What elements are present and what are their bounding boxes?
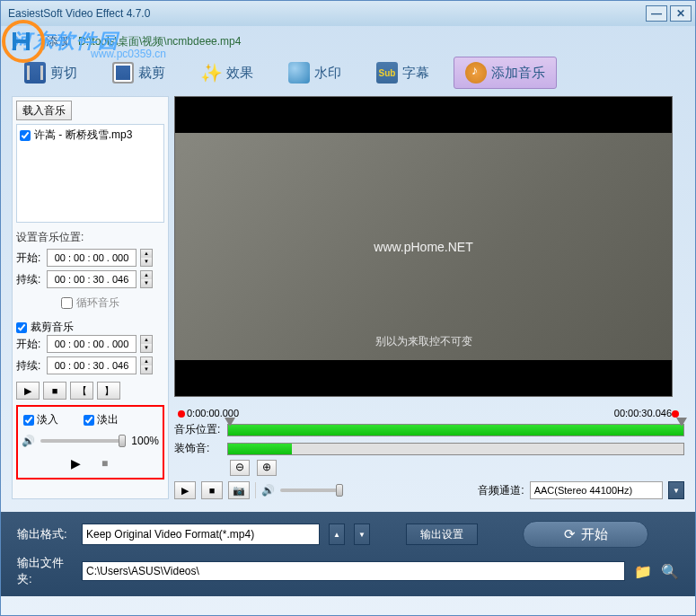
start-stepper[interactable]: ▲▼ xyxy=(140,249,153,267)
output-settings-button[interactable]: 输出设置 xyxy=(406,524,478,545)
load-music-button[interactable]: 载入音乐 xyxy=(16,101,72,120)
set-position-title: 设置音乐位置: xyxy=(16,230,164,245)
tab-watermark[interactable]: 水印 xyxy=(278,57,358,89)
time-end-label: 00:00:30.046 xyxy=(614,408,681,418)
preview-volume-icon: 🔊 xyxy=(261,484,275,497)
decoration-label: 装饰音: xyxy=(174,441,224,456)
mini-stop-button[interactable]: ■ xyxy=(93,454,117,472)
tab-crop-label: 裁剪 xyxy=(138,65,165,82)
bottom-bar: 输出格式: ▲ ▼ 输出设置 ⟳开始 输出文件夹: 📁 🔍 xyxy=(1,512,695,596)
volume-slider[interactable] xyxy=(40,439,126,443)
preview-play-button[interactable]: ▶ xyxy=(174,481,196,499)
preview-volume-slider[interactable] xyxy=(280,488,343,492)
tab-crop[interactable]: 裁剪 xyxy=(101,57,182,89)
stop-music-button[interactable]: ■ xyxy=(43,382,66,400)
fadein-checkbox[interactable] xyxy=(23,415,34,426)
trim-title: 裁剪音乐 xyxy=(31,320,74,335)
duration-time-input[interactable] xyxy=(47,270,137,288)
mini-play-button[interactable]: ▶ xyxy=(65,454,88,472)
tab-add-music-label: 添加音乐 xyxy=(491,65,545,82)
music-item-name: 许嵩 - 断桥残雪.mp3 xyxy=(34,128,132,143)
watermark-icon xyxy=(288,62,310,84)
window-title: EasiestSoft Video Effect 4.7.0 xyxy=(4,7,643,20)
video-preview[interactable]: www.pHome.NET 别以为来取控不可变 xyxy=(174,96,673,397)
close-button[interactable]: ✕ xyxy=(670,5,692,22)
music-position-track[interactable] xyxy=(227,424,684,436)
audio-channel-dropdown[interactable]: ▼ xyxy=(668,481,684,499)
music-pos-label: 音乐位置: xyxy=(174,422,224,437)
trim-start-label: 开始: xyxy=(16,337,43,352)
subtitle-icon: Sub xyxy=(376,62,398,84)
duration-stepper[interactable]: ▲▼ xyxy=(140,270,153,288)
preview-watermark: www.pHome.NET xyxy=(374,240,472,254)
music-icon xyxy=(465,62,487,84)
mark-in-button[interactable]: 【 xyxy=(70,382,93,400)
snapshot-button[interactable]: 📷 xyxy=(228,481,250,499)
volume-icon: 🔊 xyxy=(22,435,35,447)
watermark-logo-icon xyxy=(1,19,46,64)
trim-duration-label: 持续: xyxy=(16,358,43,374)
output-folder-input[interactable] xyxy=(82,561,625,581)
start-time-input[interactable] xyxy=(47,249,137,267)
trim-duration-stepper[interactable]: ▲▼ xyxy=(140,356,153,374)
volume-percent: 100% xyxy=(131,435,159,447)
timeline-area: 0:00:00.000 00:00:30.046 音乐位置: 装饰音: xyxy=(174,408,684,499)
fadein-label: 淡入 xyxy=(37,412,58,427)
output-folder-label: 输出文件夹: xyxy=(17,555,73,587)
format-step-up[interactable]: ▲ xyxy=(329,524,345,545)
loop-label: 循环音乐 xyxy=(76,296,119,309)
mark-out-button[interactable]: 】 xyxy=(97,382,120,400)
divider xyxy=(255,482,256,498)
tab-subtitle[interactable]: Sub字幕 xyxy=(366,57,446,89)
loop-checkbox[interactable] xyxy=(61,297,73,309)
cut-icon xyxy=(24,62,46,84)
tab-watermark-label: 水印 xyxy=(314,65,341,82)
start-label: 开始: xyxy=(16,251,43,266)
refresh-icon: ⟳ xyxy=(564,526,576,542)
minimize-button[interactable]: — xyxy=(646,5,667,22)
music-item[interactable]: 许嵩 - 断桥残雪.mp3 xyxy=(20,128,161,143)
output-format-label: 输出格式: xyxy=(17,526,73,542)
trim-start-input[interactable] xyxy=(47,335,137,353)
music-list[interactable]: 许嵩 - 断桥残雪.mp3 xyxy=(16,124,164,223)
audio-channel-select[interactable] xyxy=(530,481,663,499)
preview-stop-button[interactable]: ■ xyxy=(201,481,223,499)
trim-checkbox[interactable] xyxy=(16,322,27,333)
start-button[interactable]: ⟳开始 xyxy=(523,521,648,548)
trim-duration-input[interactable] xyxy=(47,356,137,374)
browse-folder-button[interactable]: 📁 xyxy=(634,562,652,580)
start-button-label: 开始 xyxy=(581,526,608,543)
tab-effect[interactable]: ✨效果 xyxy=(189,57,270,89)
effect-icon: ✨ xyxy=(200,62,222,84)
music-panel: 载入音乐 许嵩 - 断桥残雪.mp3 设置音乐位置: 开始: ▲▼ 持续: ▲▼ xyxy=(12,96,169,499)
trim-start-stepper[interactable]: ▲▼ xyxy=(140,335,153,353)
format-step-down[interactable]: ▼ xyxy=(354,524,370,545)
zoom-out-button[interactable]: ⊖ xyxy=(230,460,250,476)
tab-add-music[interactable]: 添加音乐 xyxy=(454,57,557,89)
preview-panel: www.pHome.NET 别以为来取控不可变 0:00:00.000 00:0… xyxy=(174,96,684,499)
app-window: EasiestSoft Video Effect 4.7.0 — ✕ 河东软件园… xyxy=(0,0,696,616)
watermark-url: www.pc0359.cn xyxy=(91,48,166,60)
titlebar: EasiestSoft Video Effect 4.7.0 — ✕ xyxy=(1,1,695,26)
tab-cut-label: 剪切 xyxy=(50,65,77,82)
duration-label: 持续: xyxy=(16,272,43,287)
fade-volume-box: 淡入 淡出 🔊 100% ▶ ■ xyxy=(16,405,164,480)
tab-effect-label: 效果 xyxy=(226,65,253,82)
crop-icon xyxy=(112,62,134,84)
decoration-track[interactable] xyxy=(227,443,684,455)
zoom-in-button[interactable]: ⊕ xyxy=(257,460,277,476)
preview-subtitle: 别以为来取控不可变 xyxy=(375,334,472,349)
play-music-button[interactable]: ▶ xyxy=(16,382,40,400)
fadeout-label: 淡出 xyxy=(97,412,119,427)
search-folder-button[interactable]: 🔍 xyxy=(661,562,679,580)
music-item-checkbox[interactable] xyxy=(20,130,31,141)
main-content: 载入音乐 许嵩 - 断桥残雪.mp3 设置音乐位置: 开始: ▲▼ 持续: ▲▼ xyxy=(1,96,695,499)
fadeout-checkbox[interactable] xyxy=(84,415,94,426)
tab-subtitle-label: 字幕 xyxy=(402,65,429,82)
audio-channel-label: 音频通道: xyxy=(478,483,524,498)
output-format-select[interactable] xyxy=(82,524,320,545)
